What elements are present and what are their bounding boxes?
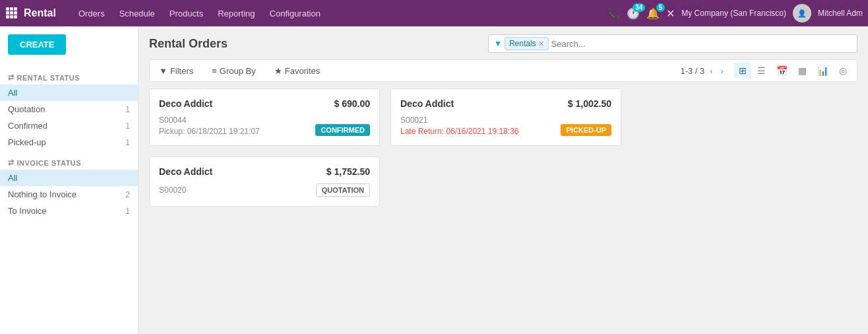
star-icon: ★ xyxy=(274,66,282,76)
sidebar-item-count: 2 xyxy=(125,190,130,199)
sidebar-item-invoice-all[interactable]: All xyxy=(0,170,138,186)
cards-grid: Deco Addict $ 690.00 S00044 Pickup: 06/1… xyxy=(149,88,857,207)
grid-menu-icon[interactable] xyxy=(5,7,17,20)
table-view-button[interactable]: ▦ xyxy=(793,63,811,79)
filters-button[interactable]: ▼ Filters xyxy=(155,64,197,78)
nav-products[interactable]: Products xyxy=(163,6,210,21)
invoice-status-icon: ⇄ xyxy=(8,158,15,167)
page-header: Rental Orders ▼ Rentals ✕ xyxy=(149,34,857,53)
card-name: Deco Addict xyxy=(159,98,212,109)
card-header: Deco Addict $ 1,752.50 xyxy=(159,166,370,177)
filter-icon: ▼ xyxy=(159,66,168,76)
next-page-button[interactable]: › xyxy=(718,65,726,77)
card-name: Deco Addict xyxy=(400,98,454,109)
kanban-view-button[interactable]: ⊞ xyxy=(734,63,751,79)
filter-tag-close-icon[interactable]: ✕ xyxy=(538,40,544,48)
card-footer: S00020 Quotation xyxy=(159,184,370,197)
filter-tag-label: Rentals xyxy=(509,39,536,48)
create-button[interactable]: CREATE xyxy=(8,34,66,55)
nav-schedule[interactable]: Schedule xyxy=(113,6,162,21)
sidebar-item-rental-all[interactable]: All xyxy=(0,84,138,101)
status-badge: Picked-up xyxy=(561,124,611,136)
svg-rect-4 xyxy=(10,11,13,15)
chart-view-button[interactable]: 📊 xyxy=(813,63,833,79)
card-name: Deco Addict xyxy=(159,166,212,177)
company-name: My Company (San Francisco) xyxy=(681,9,786,18)
nav-orders[interactable]: Orders xyxy=(72,6,111,21)
svg-rect-7 xyxy=(10,15,13,18)
group-by-button[interactable]: ≡ Group By xyxy=(208,64,260,78)
card-info: S00021 Late Return: 06/16/2021 19:18:36 xyxy=(400,116,518,136)
list-view-button[interactable]: ☰ xyxy=(753,63,770,79)
prev-page-button[interactable]: ‹ xyxy=(707,65,715,77)
sidebar-item-confirmed[interactable]: Confirmed 1 xyxy=(0,117,138,134)
view-switcher: ⊞ ☰ 📅 ▦ 📊 ◎ xyxy=(734,63,852,79)
toolbar-actions: ▼ Filters ≡ Group By ★ Favorites xyxy=(155,64,672,78)
topnav: Rental Orders Schedule Products Reportin… xyxy=(0,0,868,26)
nav-menu: Orders Schedule Products Reporting Confi… xyxy=(72,6,604,21)
rental-card[interactable]: Deco Addict $ 1,002.50 S00021 Late Retur… xyxy=(390,88,621,146)
status-badge: Quotation xyxy=(316,184,370,197)
invoice-status-label: INVOICE STATUS xyxy=(17,159,82,167)
sidebar: CREATE ⇄ RENTAL STATUS All Quotation 1 C… xyxy=(0,26,139,334)
card-order: S00044 xyxy=(159,116,260,125)
avatar[interactable]: 👤 xyxy=(793,4,811,22)
groupby-label: Group By xyxy=(220,66,256,76)
sidebar-item-nothing-to-invoice[interactable]: Nothing to Invoice 2 xyxy=(0,186,138,203)
calendar-view-button[interactable]: 📅 xyxy=(772,63,792,79)
svg-rect-0 xyxy=(6,7,9,11)
rental-card[interactable]: Deco Addict $ 1,752.50 S00020 Quotation xyxy=(149,156,380,207)
app-brand: Rental xyxy=(24,7,56,19)
clock-badge: 34 xyxy=(633,3,645,12)
sidebar-item-count: 1 xyxy=(125,138,130,147)
favorites-button[interactable]: ★ Favorites xyxy=(270,64,324,78)
bell-icon[interactable]: 🔔5 xyxy=(646,7,660,20)
card-info: S00044 Pickup: 06/18/2021 19:21:07 xyxy=(159,116,260,136)
sidebar-item-label: All xyxy=(8,88,17,98)
card-header: Deco Addict $ 1,002.50 xyxy=(400,98,611,109)
sidebar-item-quotation[interactable]: Quotation 1 xyxy=(0,101,138,117)
svg-rect-2 xyxy=(14,7,17,11)
map-view-button[interactable]: ◎ xyxy=(834,63,852,79)
filter-tag-rentals[interactable]: Rentals ✕ xyxy=(505,37,549,50)
pagination-text: 1-3 / 3 xyxy=(680,66,704,76)
pagination: 1-3 / 3 ‹ › xyxy=(680,65,726,77)
sidebar-item-label: Quotation xyxy=(8,104,45,114)
card-footer: S00021 Late Return: 06/16/2021 19:18:36 … xyxy=(400,116,611,136)
sidebar-item-label: All xyxy=(8,173,17,183)
filters-label: Filters xyxy=(170,66,193,76)
rental-status-section: ⇄ RENTAL STATUS xyxy=(0,71,138,84)
sidebar-item-pickedup[interactable]: Picked-up 1 xyxy=(0,134,138,150)
card-amount: $ 690.00 xyxy=(334,98,371,109)
search-bar: ▼ Rentals ✕ xyxy=(488,34,857,53)
phone-icon[interactable]: 📞 xyxy=(607,7,620,20)
rental-status-icon: ⇄ xyxy=(8,73,15,82)
invoice-status-section: ⇄ INVOICE STATUS xyxy=(0,156,138,170)
close-icon[interactable]: ✕ xyxy=(666,7,675,20)
svg-rect-1 xyxy=(10,7,13,11)
card-footer: S00044 Pickup: 06/18/2021 19:21:07 Confi… xyxy=(159,116,370,136)
user-name: Mitchell Adm xyxy=(818,9,863,18)
page-title: Rental Orders xyxy=(149,37,228,51)
nav-reporting[interactable]: Reporting xyxy=(211,6,261,21)
favorites-label: Favorites xyxy=(285,66,320,76)
sidebar-item-label: Picked-up xyxy=(8,137,46,147)
sidebar-item-label: Confirmed xyxy=(8,121,47,131)
bell-badge: 5 xyxy=(656,3,666,12)
search-input[interactable] xyxy=(551,39,852,49)
sidebar-item-count: 1 xyxy=(125,207,130,216)
nav-configuration[interactable]: Configuration xyxy=(263,6,327,21)
svg-rect-5 xyxy=(14,11,17,15)
sidebar-item-count: 1 xyxy=(125,105,130,114)
sidebar-item-label: Nothing to Invoice xyxy=(8,189,77,199)
status-badge: Confirmed xyxy=(315,124,370,136)
rental-status-label: RENTAL STATUS xyxy=(17,74,80,82)
card-amount: $ 1,002.50 xyxy=(568,98,611,109)
clock-icon[interactable]: 🕐34 xyxy=(627,7,640,20)
sidebar-item-to-invoice[interactable]: To Invoice 1 xyxy=(0,203,138,219)
rental-card[interactable]: Deco Addict $ 690.00 S00044 Pickup: 06/1… xyxy=(149,88,380,146)
card-amount: $ 1,752.50 xyxy=(326,166,370,177)
svg-rect-6 xyxy=(6,15,9,18)
svg-rect-8 xyxy=(14,15,17,18)
main-layout: CREATE ⇄ RENTAL STATUS All Quotation 1 C… xyxy=(0,26,868,334)
